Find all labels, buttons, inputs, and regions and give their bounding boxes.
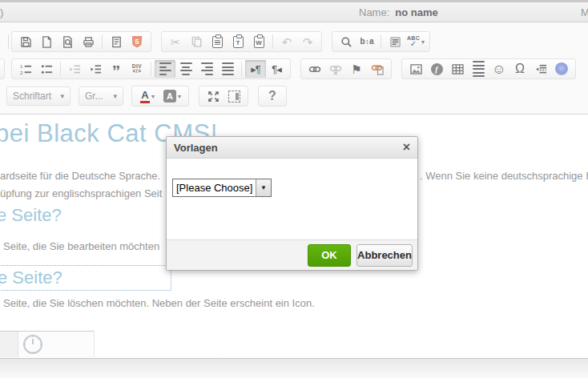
- table-button[interactable]: [447, 60, 468, 78]
- about-button[interactable]: ?: [262, 87, 283, 105]
- iframe-button[interactable]: [551, 60, 572, 78]
- replace-button[interactable]: b↕a: [356, 33, 377, 50]
- indent-icon: [90, 63, 102, 75]
- svg-text:2: 2: [20, 69, 23, 74]
- page-break-icon: [535, 63, 547, 75]
- spellcheck-icon: ABC✓: [407, 35, 420, 48]
- horizontal-rule-button[interactable]: [468, 60, 489, 78]
- paste-text-button[interactable]: T: [228, 33, 248, 50]
- align-right-icon: [201, 62, 213, 75]
- align-left-button[interactable]: [155, 60, 175, 78]
- separator: [60, 62, 61, 76]
- templates-button[interactable]: [106, 33, 127, 50]
- html5-source-button[interactable]: 5: [127, 33, 147, 50]
- align-right-button[interactable]: [196, 60, 217, 78]
- color-group: A ▾ A ▾: [131, 86, 189, 107]
- dialog-body: [Please Choose] ▼: [167, 159, 417, 239]
- preview-button[interactable]: [57, 33, 78, 50]
- numbered-list-icon: 12: [20, 63, 32, 75]
- select-dropdown-button[interactable]: ▼: [256, 179, 271, 196]
- show-blocks-button[interactable]: [224, 87, 244, 105]
- unlink-button[interactable]: [325, 60, 346, 78]
- clipboard-icon: [212, 36, 223, 48]
- cut-button[interactable]: ✂: [165, 33, 186, 50]
- dialog-title: Vorlagen: [174, 142, 403, 154]
- document-lines-icon: [111, 36, 123, 48]
- editor-bottom-bar: [0, 358, 588, 378]
- insert-group: f ☺ Ω: [401, 58, 576, 79]
- iframe-globe-icon: [555, 62, 568, 75]
- page-break-button[interactable]: [530, 60, 551, 78]
- dialog-footer: OK Abbrechen: [167, 239, 417, 270]
- undo-button[interactable]: ↶: [276, 33, 297, 50]
- clock-icon[interactable]: [22, 333, 44, 356]
- find-button[interactable]: [336, 33, 356, 50]
- search-icon: [340, 36, 352, 48]
- find-group: b↕a ABC✓ ▾: [332, 31, 430, 52]
- toolbar-row-1: 5 ✂ T W ↶ ↷: [0, 28, 588, 55]
- anchor-link-button[interactable]: [367, 60, 388, 78]
- cancel-button[interactable]: Abbrechen: [356, 244, 413, 267]
- page-name: Name:no name: [359, 6, 438, 18]
- size-combo[interactable]: Gr... ▾: [79, 86, 123, 106]
- redo-icon: ↷: [303, 36, 313, 48]
- align-center-button[interactable]: [175, 60, 196, 78]
- bidi-ltr-button[interactable]: ▸¶: [245, 60, 266, 78]
- blockquote-button[interactable]: ”: [106, 60, 127, 78]
- text-color-button[interactable]: A ▾: [135, 87, 159, 105]
- bidi-ltr-icon: ▸¶: [251, 63, 260, 75]
- close-icon[interactable]: ×: [403, 141, 410, 154]
- special-char-button[interactable]: Ω: [509, 60, 530, 78]
- redo-button[interactable]: ↷: [297, 33, 318, 50]
- numbered-list-button[interactable]: 12: [15, 60, 36, 78]
- content-paragraph-4: Seite, die Sie löschen möchten. Neben de…: [3, 297, 315, 309]
- bidi-rtl-button[interactable]: ¶◂: [266, 60, 287, 78]
- separator: [272, 34, 273, 49]
- about-group: ?: [258, 86, 287, 107]
- smiley-icon: ☺: [492, 62, 505, 76]
- template-select[interactable]: [Please Choose] ▼: [172, 179, 272, 197]
- select-all-button[interactable]: [385, 33, 405, 50]
- copy-button[interactable]: [186, 33, 207, 50]
- bg-color-button[interactable]: A ▾: [159, 87, 185, 105]
- bulleted-list-button[interactable]: [36, 60, 57, 78]
- new-page-button[interactable]: [36, 33, 57, 50]
- justify-button[interactable]: [217, 60, 238, 78]
- justify-icon: [222, 62, 234, 75]
- selected-heading-outline[interactable]: e Seite?: [0, 265, 171, 291]
- dialog-header[interactable]: Vorlagen ×: [167, 137, 417, 159]
- spellcheck-button[interactable]: ABC✓ ▾: [405, 33, 426, 50]
- show-blocks-icon: [228, 90, 240, 103]
- floppy-icon: [20, 36, 32, 48]
- template-select-value: [Please Choose]: [173, 179, 256, 196]
- flash-button[interactable]: f: [426, 60, 447, 78]
- paragraph-group: 12 ” DIV</>: [11, 58, 291, 79]
- indent-button[interactable]: [85, 60, 106, 78]
- chevron-down-icon: ▾: [151, 93, 155, 100]
- new-page-icon: [41, 36, 53, 48]
- font-combo[interactable]: Schriftart ▾: [6, 86, 70, 106]
- content-heading-2: e Seite?: [0, 205, 62, 226]
- separator: [102, 34, 103, 49]
- outdent-icon: [69, 63, 81, 75]
- smiley-button[interactable]: ☺: [489, 60, 509, 78]
- ok-button[interactable]: OK: [308, 244, 351, 267]
- link-button[interactable]: [304, 60, 325, 78]
- maximize-icon: [207, 90, 219, 103]
- paste-button[interactable]: [207, 33, 228, 50]
- image-button[interactable]: [405, 60, 426, 78]
- chevron-down-icon: ▾: [421, 38, 425, 46]
- outdent-button[interactable]: [64, 60, 85, 78]
- editor-toolbar: 5 ✂ T W ↶ ↷: [0, 22, 588, 115]
- paste-word-button[interactable]: W: [248, 33, 269, 50]
- maximize-button[interactable]: [203, 87, 224, 105]
- toolbar-left-cut-separator: [8, 34, 9, 49]
- anchor-button[interactable]: ⚑: [346, 60, 367, 78]
- div-container-button[interactable]: DIV</>: [127, 60, 147, 78]
- text-color-icon: A: [140, 90, 150, 103]
- svg-text:1: 1: [20, 63, 23, 69]
- content-paragraph-1-left: ardseite für die Deutsche Sprache.: [0, 170, 160, 182]
- save-button[interactable]: [15, 33, 36, 50]
- chevron-down-icon: ▼: [260, 184, 267, 191]
- print-button[interactable]: [78, 33, 99, 50]
